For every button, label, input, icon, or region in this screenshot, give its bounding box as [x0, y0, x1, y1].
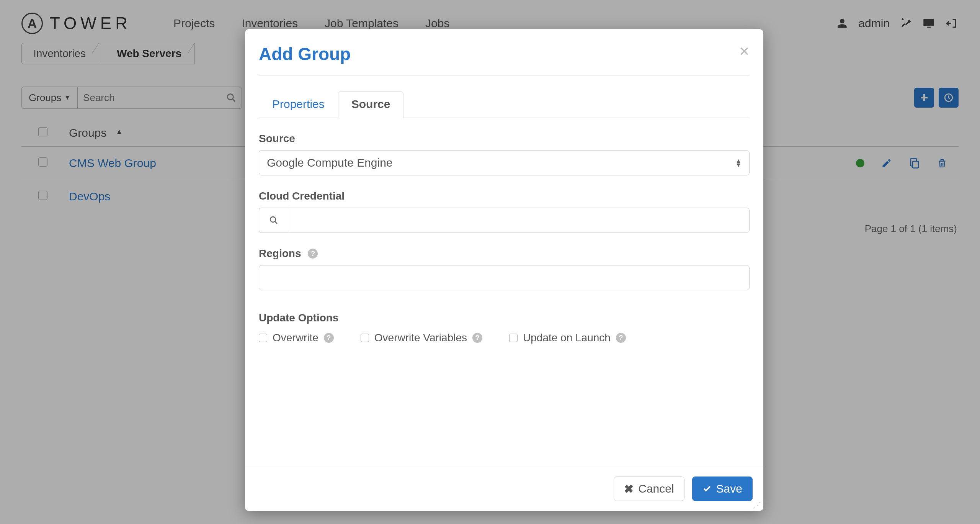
- modal-header: Add Group ✕: [245, 29, 763, 75]
- opt-overwrite[interactable]: Overwrite ?: [259, 332, 334, 344]
- add-group-modal: Add Group ✕ Properties Source Source Goo…: [245, 29, 763, 511]
- cloud-credential-group: [259, 208, 750, 233]
- search-icon: [269, 216, 278, 225]
- help-icon[interactable]: ?: [472, 333, 482, 343]
- cancel-button-label: Cancel: [638, 482, 674, 495]
- source-select-value: Google Compute Engine: [267, 156, 393, 169]
- svg-line-9: [275, 221, 277, 224]
- check-icon: [702, 484, 712, 493]
- checkbox-icon: [259, 334, 267, 342]
- update-options: Overwrite ? Overwrite Variables ? Update…: [259, 332, 750, 344]
- select-updown-icon: ▲▼: [735, 159, 742, 167]
- save-button[interactable]: Save: [692, 477, 753, 501]
- opt-update-on-launch[interactable]: Update on Launch ?: [509, 332, 626, 344]
- modal-body: Properties Source Source Google Compute …: [245, 75, 763, 468]
- resize-grip-icon[interactable]: ⋰: [753, 500, 761, 509]
- save-button-label: Save: [716, 482, 742, 495]
- label-update-options: Update Options: [259, 312, 750, 324]
- checkbox-icon: [361, 334, 369, 342]
- lookup-button[interactable]: [259, 208, 288, 233]
- modal-footer: ✖ Cancel Save ⋰: [245, 468, 763, 511]
- svg-point-8: [270, 217, 276, 222]
- modal-title: Add Group: [259, 44, 351, 64]
- x-icon: ✖: [624, 482, 634, 496]
- cancel-button[interactable]: ✖ Cancel: [614, 477, 684, 501]
- opt-overwrite-label: Overwrite: [273, 332, 318, 344]
- opt-update-on-launch-label: Update on Launch: [523, 332, 611, 344]
- cloud-credential-input[interactable]: [288, 208, 750, 233]
- tab-properties[interactable]: Properties: [259, 91, 338, 118]
- opt-overwrite-vars[interactable]: Overwrite Variables ?: [361, 332, 482, 344]
- help-icon[interactable]: ?: [324, 333, 334, 343]
- label-source: Source: [259, 133, 750, 145]
- checkbox-icon: [509, 334, 518, 342]
- label-cloud-credential: Cloud Credential: [259, 190, 750, 202]
- help-icon[interactable]: ?: [616, 333, 626, 343]
- opt-overwrite-vars-label: Overwrite Variables: [374, 332, 467, 344]
- close-icon[interactable]: ✕: [739, 44, 750, 59]
- help-icon[interactable]: ?: [308, 249, 318, 259]
- label-regions-text: Regions: [259, 247, 301, 260]
- regions-input[interactable]: [259, 265, 750, 290]
- tab-source[interactable]: Source: [338, 91, 404, 118]
- modal-tabs: Properties Source: [259, 91, 750, 118]
- label-regions: Regions ?: [259, 247, 750, 260]
- source-select[interactable]: Google Compute Engine ▲▼: [259, 150, 750, 175]
